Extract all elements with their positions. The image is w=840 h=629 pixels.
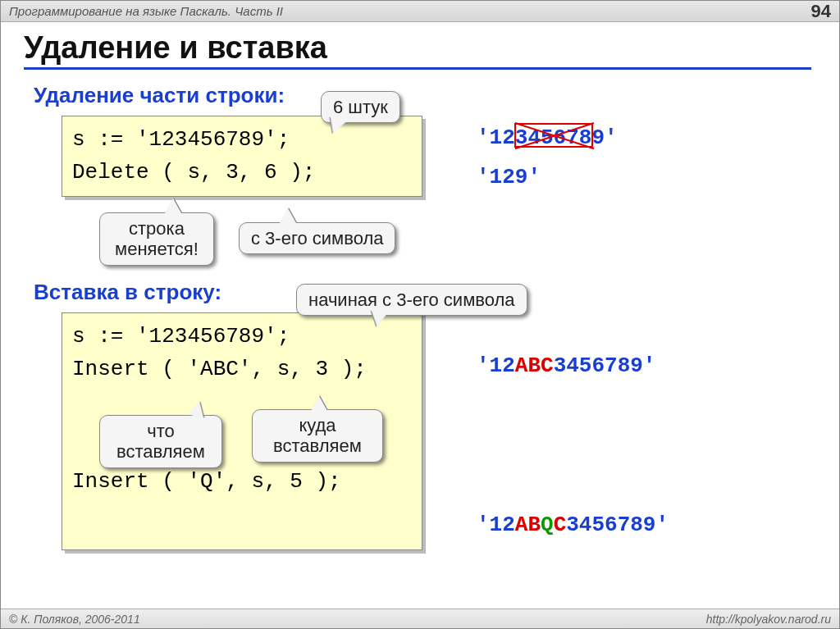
footer-url: http://kpolyakov.narod.ru — [706, 613, 831, 626]
output-delete-after: '129' — [477, 165, 541, 189]
page-number: 94 — [811, 1, 831, 22]
code-insert-top: s := '123456789'; Insert ( 'ABC', s, 3 )… — [72, 324, 367, 381]
slide-title: Удаление и вставка — [24, 30, 811, 70]
strike-box — [514, 123, 593, 148]
output-insert1: '12ABC3456789' — [477, 353, 655, 378]
breadcrumb-bar: Программирование на языке Паскаль. Часть… — [1, 1, 839, 22]
codebox-delete: s := '123456789'; Delete ( s, 3, 6 ); — [62, 116, 422, 197]
callout-from: с 3-его символа — [239, 222, 395, 254]
code-delete-text: s := '123456789'; Delete ( s, 3, 6 ); — [72, 127, 315, 185]
section1-heading: Удаление части строки: — [34, 83, 285, 108]
breadcrumb: Программирование на языке Паскаль. Часть… — [9, 4, 283, 18]
code-insert-bottom: Insert ( 'Q', s, 5 ); — [72, 469, 341, 494]
callout-start: начиная с 3-его символа — [296, 284, 527, 316]
footer-copyright: © К. Поляков, 2006-2011 — [9, 613, 140, 626]
output-insert2: '12ABQC3456789' — [477, 513, 669, 537]
footer: © К. Поляков, 2006-2011 http://kpolyakov… — [1, 608, 839, 628]
section2-heading: Вставка в строку: — [34, 280, 221, 305]
callout-where: куда вставляем — [252, 409, 383, 463]
callout-count: 6 штук — [321, 91, 400, 123]
callout-what: что вставляем — [99, 415, 222, 468]
callout-changes: строка меняется! — [99, 212, 214, 266]
